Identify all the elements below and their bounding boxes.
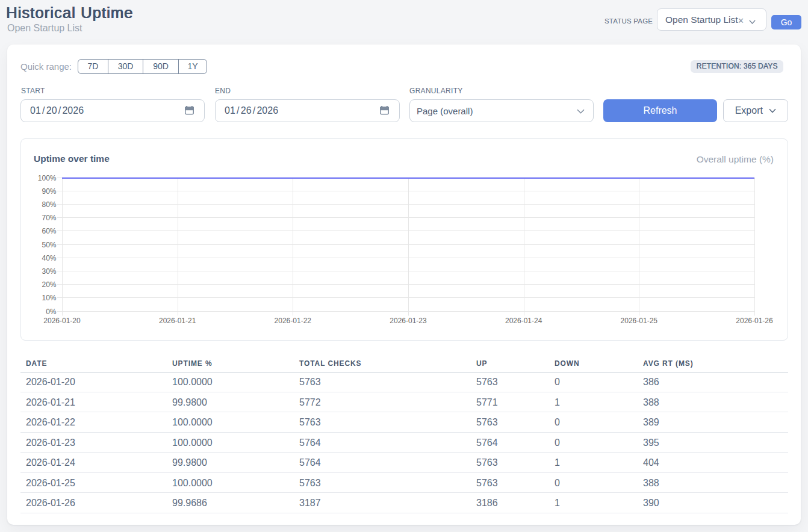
svg-text:90%: 90% [42, 187, 56, 196]
svg-text:30%: 30% [42, 267, 56, 276]
svg-text:50%: 50% [42, 241, 56, 249]
svg-text:20%: 20% [42, 280, 56, 289]
svg-text:2026-01-21: 2026-01-21 [159, 317, 196, 325]
svg-text:70%: 70% [42, 214, 56, 222]
svg-text:100%: 100% [38, 174, 57, 182]
svg-text:2026-01-24: 2026-01-24 [505, 317, 542, 325]
svg-text:2026-01-22: 2026-01-22 [275, 317, 312, 325]
svg-text:2026-01-26: 2026-01-26 [736, 317, 773, 325]
svg-text:80%: 80% [42, 200, 56, 209]
svg-text:40%: 40% [42, 254, 56, 262]
svg-text:2026-01-20: 2026-01-20 [43, 317, 81, 325]
svg-text:2026-01-25: 2026-01-25 [621, 317, 658, 325]
svg-text:2026-01-23: 2026-01-23 [390, 317, 427, 325]
svg-text:0%: 0% [46, 308, 57, 316]
svg-text:60%: 60% [42, 227, 56, 235]
svg-text:10%: 10% [42, 294, 56, 302]
